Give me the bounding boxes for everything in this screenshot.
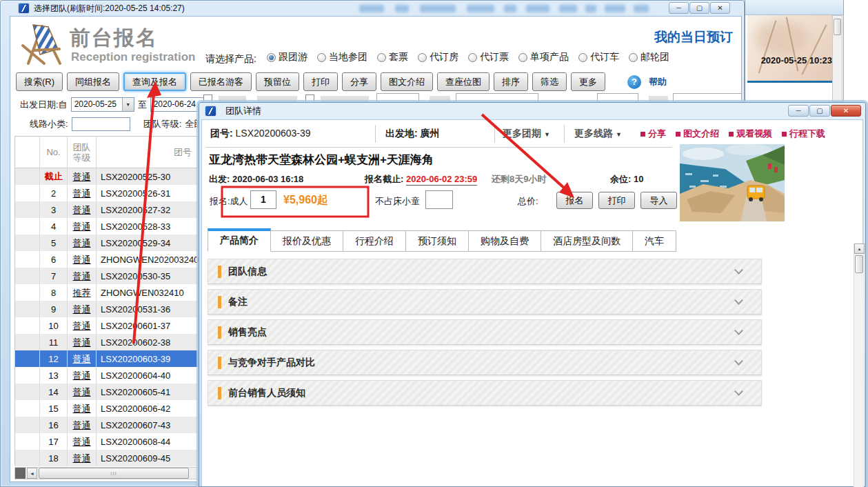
help-label[interactable]: 帮助 bbox=[649, 76, 667, 88]
section-competitor-comparison[interactable]: 与竞争对手产品对比 bbox=[208, 350, 762, 375]
radio-option-hotel-booking[interactable]: 代订房 bbox=[418, 51, 458, 63]
table-row[interactable]: 13普通LSX20200604-40 bbox=[15, 367, 199, 384]
header-code[interactable]: 团号 bbox=[97, 137, 199, 168]
chevron-down-icon[interactable] bbox=[734, 357, 743, 366]
btn-filter[interactable]: 筛选 bbox=[532, 72, 567, 91]
btn-print[interactable]: 打印 bbox=[303, 72, 338, 91]
tab-product-intro[interactable]: 产品简介 bbox=[208, 228, 271, 252]
radio-option-local-tour[interactable]: 当地参团 bbox=[317, 51, 367, 63]
background-scrollbar[interactable] bbox=[832, 15, 842, 102]
more-lines-dropdown[interactable]: 更多线路 ▼ bbox=[574, 128, 622, 140]
table-row[interactable]: 9普通LSX20200531-36 bbox=[15, 301, 199, 317]
radio-option-car-booking[interactable]: 代订车 bbox=[578, 51, 619, 63]
radio-icon[interactable] bbox=[468, 53, 477, 62]
radio-icon[interactable] bbox=[578, 53, 587, 62]
dialog-minimize-button[interactable]: ─ bbox=[788, 105, 809, 117]
dialog-titlebar[interactable]: 团队详情 bbox=[199, 103, 865, 119]
btn-reserved-seats[interactable]: 预留位 bbox=[256, 72, 299, 91]
link-graphic-intro[interactable]: 图文介绍 bbox=[676, 128, 719, 140]
table-horizontal-scrollbar[interactable]: ◄ III bbox=[14, 467, 199, 479]
section-team-info[interactable]: 团队信息 bbox=[208, 259, 762, 284]
more-dates-dropdown[interactable]: 更多团期 ▼ bbox=[503, 128, 550, 140]
close-button[interactable]: ✕ bbox=[710, 2, 730, 14]
radio-icon[interactable] bbox=[267, 53, 276, 62]
btn-query-signup[interactable]: 查询及报名 bbox=[123, 72, 186, 91]
chevron-down-icon[interactable] bbox=[734, 296, 743, 305]
scrollbar-thumb[interactable] bbox=[855, 255, 863, 273]
dialog-close-button[interactable]: ✕ bbox=[831, 105, 861, 117]
radio-option-single-product[interactable]: 单项产品 bbox=[518, 51, 569, 63]
scrollbar-thumb[interactable]: III bbox=[39, 468, 189, 479]
section-staff-notes[interactable]: 前台销售人员须知 bbox=[208, 380, 762, 406]
section-sales-highlights[interactable]: 销售亮点 bbox=[208, 319, 762, 345]
chevron-down-icon[interactable] bbox=[734, 266, 743, 275]
radio-option-ticket-booking[interactable]: 代订票 bbox=[468, 51, 509, 63]
chevron-down-icon[interactable] bbox=[734, 387, 743, 396]
table-row[interactable]: 7普通LSX20200530-35 bbox=[15, 268, 199, 284]
table-row[interactable]: 17普通LSX20200608-44 bbox=[15, 433, 199, 450]
signup-button[interactable]: 报名 bbox=[556, 192, 593, 209]
maximize-button[interactable]: ▢ bbox=[689, 2, 709, 14]
link-share[interactable]: 分享 bbox=[640, 128, 666, 140]
btn-graphic-intro[interactable]: 图文介绍 bbox=[381, 72, 433, 91]
main-window-titlebar[interactable]: 选择团队(刷新时间:2020-05-25 14:05:27) bbox=[1, 1, 745, 16]
table-row-selected[interactable]: 12普通LSX20200603-39 bbox=[15, 350, 199, 367]
dialog-maximize-button[interactable]: ▢ bbox=[809, 105, 830, 117]
depart-from-combobox[interactable]: 2020-05-25 ▼ bbox=[71, 97, 134, 112]
child-count-input[interactable] bbox=[425, 190, 453, 209]
scroll-up-icon[interactable]: ▲ bbox=[854, 244, 865, 254]
radio-option-package-ticket[interactable]: 套票 bbox=[377, 51, 408, 63]
chevron-down-icon[interactable] bbox=[734, 326, 743, 335]
table-row[interactable]: 2普通LSX20200526-31 bbox=[15, 185, 199, 201]
my-bookings-link[interactable]: 我的当日预订 bbox=[654, 28, 733, 46]
radio-icon[interactable] bbox=[518, 53, 527, 62]
btn-registered-tourists[interactable]: 已报名游客 bbox=[190, 72, 252, 91]
table-row[interactable]: 10普通LSX20200601-37 bbox=[15, 317, 199, 334]
help-icon[interactable]: ? bbox=[627, 75, 641, 89]
section-remarks[interactable]: 备注 bbox=[208, 289, 762, 315]
radio-option-group-tour[interactable]: 跟团游 bbox=[267, 51, 307, 63]
scroll-left-icon[interactable]: ◄ bbox=[27, 468, 37, 479]
header-grade[interactable]: 团队等级 bbox=[68, 137, 97, 168]
import-button[interactable]: 导入 bbox=[640, 192, 677, 209]
scrollbar-thumb[interactable] bbox=[834, 19, 841, 35]
table-row[interactable]: 14普通LSX20200605-41 bbox=[15, 384, 199, 400]
table-row[interactable]: 截止普通LSX20200525-30 bbox=[15, 168, 199, 185]
radio-option-cruise[interactable]: 邮轮团 bbox=[629, 51, 669, 63]
dropdown-arrow-icon[interactable]: ▼ bbox=[122, 98, 134, 111]
line-type-input[interactable] bbox=[72, 117, 130, 131]
table-row[interactable]: 15普通LSX20200606-42 bbox=[15, 400, 199, 417]
radio-icon[interactable] bbox=[629, 53, 638, 62]
table-row[interactable]: 11普通LSX20200602-38 bbox=[15, 334, 199, 350]
print-button[interactable]: 打印 bbox=[598, 192, 635, 209]
btn-share[interactable]: 分享 bbox=[342, 72, 376, 91]
table-row[interactable]: 4普通LSX20200528-33 bbox=[15, 218, 199, 235]
btn-sort[interactable]: 排序 bbox=[494, 72, 528, 91]
header-no[interactable]: No. bbox=[40, 137, 68, 168]
tab-vehicle[interactable]: 汽车 bbox=[633, 230, 676, 252]
minimize-button[interactable]: ─ bbox=[669, 2, 689, 14]
tab-booking-notes[interactable]: 预订须知 bbox=[406, 230, 469, 252]
table-row[interactable]: 16普通LSX20200607-43 bbox=[15, 417, 199, 433]
btn-seat-map[interactable]: 查座位图 bbox=[437, 72, 489, 91]
tab-shopping-optional[interactable]: 购物及自费 bbox=[469, 230, 541, 252]
btn-group-signup[interactable]: 同组报名 bbox=[67, 72, 119, 91]
radio-icon[interactable] bbox=[317, 53, 326, 62]
link-itinerary-download[interactable]: 行程下载 bbox=[782, 128, 825, 140]
radio-icon[interactable] bbox=[377, 53, 386, 62]
table-row[interactable]: 8推荐ZHONGWEN032410 bbox=[15, 284, 199, 301]
table-row[interactable]: 6普通ZHONGWEN202003240030 bbox=[15, 251, 199, 268]
link-watch-video[interactable]: 观看视频 bbox=[729, 128, 772, 140]
depart-to-input[interactable]: 2020-06-24 bbox=[150, 97, 204, 112]
btn-search[interactable]: 搜索(R) bbox=[16, 72, 63, 91]
radio-icon[interactable] bbox=[418, 53, 427, 62]
btn-more[interactable]: 更多 bbox=[571, 72, 605, 91]
table-row[interactable]: 3普通LSX20200527-32 bbox=[15, 201, 199, 218]
table-row[interactable]: 18普通LSX20200609-45 bbox=[15, 450, 199, 466]
tab-hotel-rooms[interactable]: 酒店房型及间数 bbox=[541, 230, 633, 252]
tab-pricing-offers[interactable]: 报价及优惠 bbox=[271, 230, 343, 252]
tab-itinerary[interactable]: 行程介绍 bbox=[343, 230, 406, 252]
dialog-scrollbar[interactable]: ▲ bbox=[854, 244, 864, 487]
table-row[interactable]: 5普通LSX20200529-34 bbox=[15, 235, 199, 251]
adult-count-input[interactable]: 1 bbox=[250, 190, 276, 209]
